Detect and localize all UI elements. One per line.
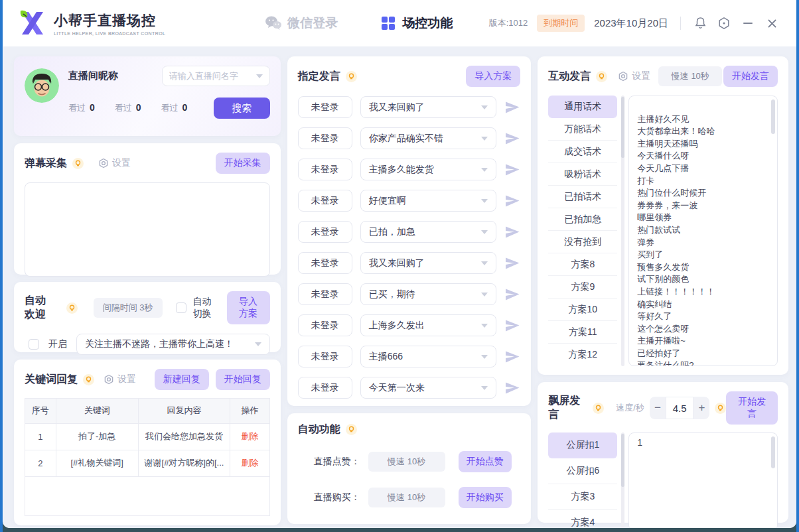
start-buy-button[interactable]: 开始购买 (459, 487, 512, 508)
message-select[interactable]: 好便宜啊 (360, 190, 497, 212)
stepper-plus-button[interactable]: + (693, 397, 709, 419)
login-status[interactable]: 未登录 (298, 96, 352, 118)
messages-scrollbar-thumb[interactable] (771, 100, 775, 134)
tab-script-0[interactable]: 通用话术 (548, 96, 617, 118)
message-select[interactable]: 已拍，加急 (360, 221, 497, 243)
send-icon[interactable] (504, 224, 520, 240)
message-select-value: 上海多久发出 (369, 320, 425, 332)
welcome-import-plan-button[interactable]: 导入方案 (227, 291, 270, 324)
auto-switch-checkbox[interactable] (176, 302, 186, 313)
bell-icon[interactable] (693, 16, 707, 31)
designated-row: 未登录 上海多久发出 (298, 314, 521, 336)
bulb-tip-icon[interactable] (715, 403, 726, 414)
bulb-tip-icon[interactable] (66, 302, 78, 314)
new-reply-button[interactable]: 新建回复 (155, 369, 209, 390)
room-name-select[interactable] (162, 66, 270, 86)
minimize-button[interactable] (741, 16, 755, 31)
tab-script-1[interactable]: 万能话术 (548, 118, 617, 141)
login-status[interactable]: 未登录 (298, 314, 352, 336)
login-status[interactable]: 未登录 (298, 283, 352, 305)
bulb-tip-icon[interactable] (346, 424, 357, 435)
tab-float-1[interactable]: 公屏扣6 (548, 458, 617, 484)
speed-stepper: − 4.5 + (650, 397, 709, 419)
tab-float-2[interactable]: 方案3 (548, 484, 617, 510)
send-icon[interactable] (504, 318, 520, 334)
designated-row: 未登录 主播666 (298, 346, 521, 367)
login-status[interactable]: 未登录 (298, 159, 352, 180)
start-like-button[interactable]: 开始点赞 (459, 451, 512, 472)
settings-icon[interactable] (717, 16, 731, 31)
tab-script-11[interactable]: 方案12 (548, 344, 617, 366)
scrollbar-thumb[interactable] (621, 97, 624, 158)
login-status[interactable]: 未登录 (298, 221, 352, 243)
send-icon[interactable] (504, 287, 520, 302)
tab-script-2[interactable]: 成交话术 (548, 141, 617, 163)
send-icon[interactable] (504, 100, 520, 115)
tab-script-3[interactable]: 吸粉话术 (548, 163, 617, 186)
delete-link[interactable]: 删除 (241, 431, 258, 441)
send-icon[interactable] (504, 131, 520, 147)
start-reply-button[interactable]: 开始回复 (216, 369, 270, 390)
close-button[interactable] (764, 16, 779, 31)
tab-script-8[interactable]: 方案9 (548, 276, 617, 299)
interactive-start-speak-button[interactable]: 开始发言 (723, 66, 778, 87)
collect-textarea[interactable] (25, 182, 270, 277)
message-select[interactable]: 你家产品确实不错 (360, 127, 497, 149)
float-content-box[interactable]: 1 (628, 432, 778, 528)
auto-buy-row: 直播购买： 慢速 10秒 开始购买 (298, 487, 521, 508)
login-status[interactable]: 未登录 (298, 346, 352, 367)
tab-script-4[interactable]: 已拍话术 (548, 186, 617, 208)
bulb-tip-icon[interactable] (593, 403, 604, 414)
start-collect-button[interactable]: 开始采集 (216, 153, 270, 174)
tab-float-3[interactable]: 方案4 (548, 510, 617, 528)
tab-list-scrollbar[interactable] (621, 96, 624, 366)
message-select[interactable]: 上海多久发出 (360, 314, 497, 336)
message-select[interactable]: 已买，期待 (360, 283, 497, 305)
delete-link[interactable]: 删除 (241, 458, 258, 468)
interactive-settings-button[interactable]: 设置 (618, 70, 650, 82)
login-status[interactable]: 未登录 (298, 127, 352, 149)
room-name-input[interactable] (169, 71, 256, 81)
tab-script-10[interactable]: 方案11 (548, 321, 617, 344)
send-icon[interactable] (504, 162, 520, 178)
stepper-value[interactable]: 4.5 (666, 397, 694, 419)
login-status[interactable]: 未登录 (298, 252, 352, 274)
welcome-enable-checkbox[interactable] (29, 339, 39, 350)
danmu-settings-button[interactable]: 设置 (98, 157, 131, 169)
float-tab-scrollbar[interactable] (621, 432, 624, 528)
send-icon[interactable] (504, 193, 520, 209)
tab-script-9[interactable]: 方案10 (548, 299, 617, 321)
bulb-tip-icon[interactable] (596, 71, 607, 82)
bulb-tip-icon[interactable] (346, 71, 357, 82)
designated-import-plan-button[interactable]: 导入方案 (466, 66, 520, 87)
message-select[interactable]: 主播多久能发货 (360, 159, 497, 180)
login-status[interactable]: 未登录 (298, 377, 352, 399)
send-icon[interactable] (504, 380, 520, 396)
speed-per-second-label: 速度/秒 (616, 402, 644, 414)
welcome-message-select[interactable]: 关注主播不迷路，主播带你上高速！ (76, 334, 270, 355)
message-select[interactable]: 今天第一次来 (360, 377, 497, 399)
send-icon[interactable] (504, 255, 520, 271)
login-status[interactable]: 未登录 (298, 190, 352, 212)
stepper-minus-button[interactable]: − (650, 397, 666, 419)
message-select[interactable]: 我又来回购了 (360, 252, 497, 274)
bulb-tip-icon[interactable] (72, 158, 84, 169)
wechat-login-button[interactable]: 微信登录 (265, 15, 338, 32)
tab-float-0[interactable]: 公屏扣1 (548, 432, 617, 458)
message-select[interactable]: 主播666 (360, 346, 497, 367)
float-start-speak-button[interactable]: 开始发言 (726, 391, 778, 425)
keyword-settings-button[interactable]: 设置 (104, 373, 136, 385)
float-scrollbar-thumb[interactable] (771, 436, 775, 468)
scrollbar-thumb[interactable] (621, 434, 624, 487)
designated-row: 未登录 今天第一次来 (298, 377, 521, 399)
message-select[interactable]: 我又来回购了 (360, 96, 497, 118)
wechat-icon (265, 15, 282, 31)
bulb-tip-icon[interactable] (83, 374, 94, 385)
send-icon[interactable] (504, 349, 520, 365)
tab-script-6[interactable]: 没有抢到 (548, 231, 617, 253)
tab-script-5[interactable]: 已拍加急 (548, 208, 617, 231)
nav-function-title[interactable]: 场控功能 (381, 15, 453, 32)
tab-script-7[interactable]: 方案8 (548, 253, 617, 276)
search-button[interactable]: 搜索 (214, 98, 270, 119)
interactive-messages-box[interactable]: 主播好久不见 大货都拿出来！哈哈 主播明天还播吗 今天播什么呀 今天几点下播 打… (628, 96, 778, 366)
